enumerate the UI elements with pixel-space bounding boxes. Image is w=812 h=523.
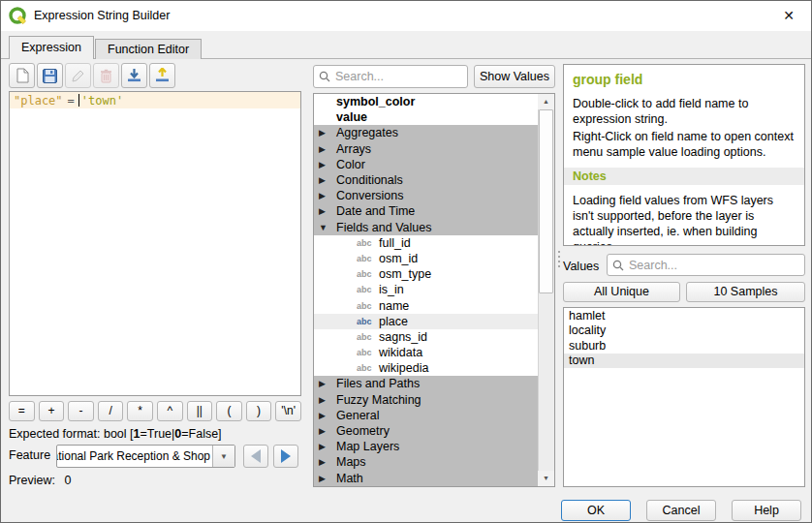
previous-feature-button[interactable] xyxy=(243,445,268,468)
ok-button[interactable]: OK xyxy=(561,500,631,521)
tree-group-math[interactable]: ▶Math xyxy=(314,471,539,486)
tree-group-aggregates[interactable]: ▶Aggregates xyxy=(314,125,539,140)
value-item-town[interactable]: town xyxy=(564,354,804,368)
expand-icon[interactable]: ▶ xyxy=(319,175,332,185)
next-feature-button[interactable] xyxy=(273,445,298,468)
scrollbar-thumb[interactable] xyxy=(539,109,553,293)
op-divide-button[interactable]: / xyxy=(98,401,124,421)
feature-combobox-value[interactable]: k National Park Reception & Shop xyxy=(57,446,212,467)
expand-icon[interactable]: ▶ xyxy=(319,395,332,405)
tree-group-general[interactable]: ▶General xyxy=(314,408,539,423)
expression-string-token: 'town' xyxy=(81,94,123,108)
tree-field-name[interactable]: abcname xyxy=(314,297,539,313)
tree-field-sagns-id[interactable]: abcsagns_id xyxy=(314,329,539,345)
function-search-input[interactable]: Search... xyxy=(313,65,468,88)
expand-icon[interactable]: ▶ xyxy=(319,128,332,138)
op-equals-button[interactable]: = xyxy=(9,401,35,421)
tree-field-osm-id[interactable]: abcosm_id xyxy=(314,251,539,266)
tree-group-files-and-paths[interactable]: ▶Files and Paths xyxy=(314,376,539,391)
help-button[interactable]: Help xyxy=(732,500,801,521)
tree-group-geometry[interactable]: ▶Geometry xyxy=(314,423,539,439)
expression-editor[interactable]: "place" = 'town' xyxy=(9,91,301,396)
feature-combobox[interactable]: k National Park Reception & Shop ▼ xyxy=(56,445,235,468)
close-icon[interactable]: ✕ xyxy=(766,1,811,30)
expand-icon[interactable]: ▶ xyxy=(319,206,332,216)
cancel-button[interactable]: Cancel xyxy=(646,500,716,521)
expand-icon[interactable]: ▶ xyxy=(319,411,332,420)
expand-icon[interactable]: ▶ xyxy=(319,144,332,154)
op-plus-button[interactable]: + xyxy=(39,401,65,421)
expected-format-text: Expected format: bool [1=True|0=False] xyxy=(9,427,222,441)
values-label: Values xyxy=(563,260,599,273)
save-expression-button[interactable] xyxy=(37,63,63,88)
op-newline-button[interactable]: '\n' xyxy=(275,401,301,421)
tree-group-date-and-time[interactable]: ▶Date and Time xyxy=(314,203,539,219)
expand-icon[interactable]: ▶ xyxy=(319,191,332,200)
tree-item-symbol-color[interactable]: symbol_color xyxy=(314,94,539,109)
tree-group-conditionals[interactable]: ▶Conditionals xyxy=(314,172,539,188)
op-multiply-button[interactable]: * xyxy=(127,401,153,421)
tree-field-wikidata[interactable]: abcwikidata xyxy=(314,345,539,360)
text-field-icon: abc xyxy=(357,285,375,294)
ten-samples-button[interactable]: 10 Samples xyxy=(686,282,805,302)
tree-group-maps[interactable]: ▶Maps xyxy=(314,454,539,470)
dialog-expression-string-builder: Expression String Builder ✕ Expression F… xyxy=(0,0,812,523)
show-values-button[interactable]: Show Values xyxy=(474,65,555,88)
import-expression-button[interactable] xyxy=(121,63,147,88)
tree-group-map-layers[interactable]: ▶Map Layers xyxy=(314,439,539,454)
tree-field-wikipedia[interactable]: abcwikipedia xyxy=(314,360,539,376)
operator-button-row: = + - / * ^ || ( ) '\n' xyxy=(9,401,301,421)
expand-icon[interactable]: ▶ xyxy=(319,426,332,436)
edit-expression-button[interactable] xyxy=(65,63,91,88)
search-icon xyxy=(319,71,330,82)
values-list: hamlet locality suburb town xyxy=(563,307,805,487)
expand-icon[interactable]: ▶ xyxy=(319,442,332,451)
op-open-paren-button[interactable]: ( xyxy=(216,401,242,421)
arrow-left-icon xyxy=(251,449,261,463)
tree-field-place[interactable]: abcplace xyxy=(314,314,539,329)
expand-icon[interactable]: ▶ xyxy=(319,457,332,467)
tree-group-arrays[interactable]: ▶Arrays xyxy=(314,141,539,157)
text-field-icon: abc xyxy=(357,269,375,279)
text-field-icon: abc xyxy=(357,254,375,263)
export-expression-button[interactable] xyxy=(149,63,175,88)
tree-group-fields-and-values[interactable]: ▼Fields and Values xyxy=(314,220,539,235)
help-body-line1: Double-click to add field name to expres… xyxy=(573,96,796,127)
tree-field-full-id[interactable]: abcfull_id xyxy=(314,235,539,251)
op-concat-button[interactable]: || xyxy=(187,401,213,421)
all-unique-button[interactable]: All Unique xyxy=(563,282,680,302)
search-icon xyxy=(612,260,624,271)
value-item-suburb[interactable]: suburb xyxy=(564,339,804,354)
scroll-down-icon[interactable]: ▼ xyxy=(538,471,554,486)
collapse-icon[interactable]: ▼ xyxy=(319,223,332,232)
op-close-paren-button[interactable]: ) xyxy=(246,401,272,421)
text-field-icon: abc xyxy=(357,348,375,357)
scroll-up-icon[interactable]: ▲ xyxy=(538,94,554,109)
expand-icon[interactable]: ▶ xyxy=(319,379,332,388)
new-expression-button[interactable] xyxy=(9,63,35,88)
tree-group-fuzzy-matching[interactable]: ▶Fuzzy Matching xyxy=(314,392,539,408)
tree-item-value[interactable]: value xyxy=(314,109,539,125)
import-arrow-icon xyxy=(127,68,141,83)
function-help-panel: group field Double-click to add field na… xyxy=(563,64,805,246)
value-item-hamlet[interactable]: hamlet xyxy=(564,309,804,323)
expression-current-line: "place" = 'town' xyxy=(10,92,300,108)
tree-field-osm-type[interactable]: abcosm_type xyxy=(314,266,539,282)
chevron-down-icon[interactable]: ▼ xyxy=(212,446,234,467)
delete-expression-button[interactable] xyxy=(93,63,119,88)
values-search-input[interactable]: Search... xyxy=(607,254,805,276)
tree-field-is-in[interactable]: abcis_in xyxy=(314,282,539,297)
expand-icon[interactable]: ▶ xyxy=(319,160,332,169)
op-power-button[interactable]: ^ xyxy=(157,401,183,421)
expand-icon[interactable]: ▶ xyxy=(319,474,332,483)
op-minus-button[interactable]: - xyxy=(68,401,94,421)
value-item-locality[interactable]: locality xyxy=(564,323,804,338)
panel-splitter-handle[interactable] xyxy=(557,251,561,276)
tab-expression[interactable]: Expression xyxy=(9,36,94,59)
preview-value: 0 xyxy=(64,474,71,487)
tab-function-editor[interactable]: Function Editor xyxy=(95,39,202,59)
qgis-logo-icon xyxy=(9,7,28,26)
text-field-icon: abc xyxy=(357,238,375,248)
tree-group-color[interactable]: ▶Color xyxy=(314,157,539,172)
tree-group-conversions[interactable]: ▶Conversions xyxy=(314,188,539,203)
